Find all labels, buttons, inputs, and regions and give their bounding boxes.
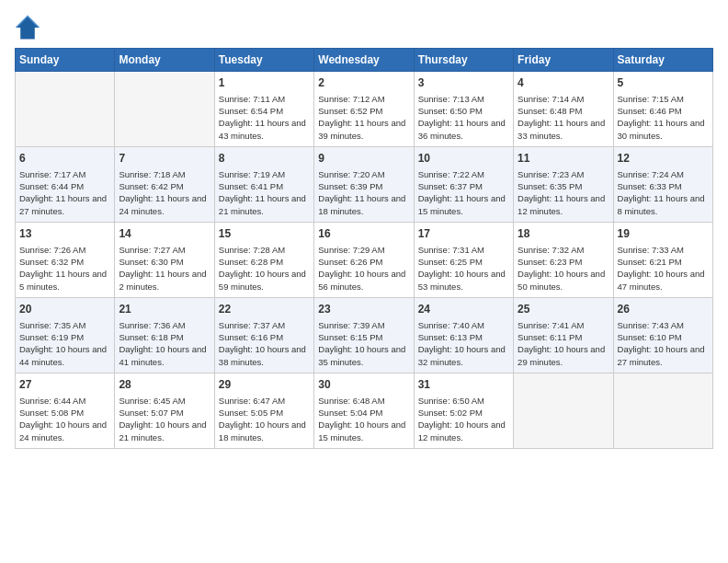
day-info: Sunrise: 7:26 AM Sunset: 6:32 PM Dayligh… [19,244,110,293]
calendar-cell: 16Sunrise: 7:29 AM Sunset: 6:26 PM Dayli… [314,223,414,298]
day-number: 9 [318,151,409,167]
day-info: Sunrise: 7:15 AM Sunset: 6:46 PM Dayligh… [618,93,709,142]
day-number: 28 [119,377,210,393]
weekday-monday: Monday [115,49,214,72]
calendar-cell: 24Sunrise: 7:40 AM Sunset: 6:13 PM Dayli… [414,298,513,373]
calendar-cell: 8Sunrise: 7:19 AM Sunset: 6:41 PM Daylig… [214,147,313,223]
day-number: 15 [219,226,310,242]
calendar-cell: 28Sunrise: 6:45 AM Sunset: 5:07 PM Dayli… [115,373,214,449]
calendar-cell: 20Sunrise: 7:35 AM Sunset: 6:19 PM Dayli… [16,298,115,373]
calendar-week-2: 6Sunrise: 7:17 AM Sunset: 6:44 PM Daylig… [16,147,713,223]
calendar-container: SundayMondayTuesdayWednesdayThursdayFrid… [0,0,728,563]
day-info: Sunrise: 7:12 AM Sunset: 6:52 PM Dayligh… [318,93,409,142]
calendar-cell: 22Sunrise: 7:37 AM Sunset: 6:16 PM Dayli… [214,298,313,373]
calendar-cell: 1Sunrise: 7:11 AM Sunset: 6:54 PM Daylig… [214,72,313,147]
day-number: 10 [418,151,509,167]
calendar-cell [514,373,613,449]
day-number: 18 [518,226,609,242]
day-number: 6 [19,151,110,167]
day-number: 21 [119,302,210,317]
weekday-tuesday: Tuesday [214,49,313,72]
calendar-cell: 14Sunrise: 7:27 AM Sunset: 6:30 PM Dayli… [115,223,214,298]
day-number: 4 [518,75,609,91]
calendar-cell: 27Sunrise: 6:44 AM Sunset: 5:08 PM Dayli… [16,373,115,449]
calendar-cell: 9Sunrise: 7:20 AM Sunset: 6:39 PM Daylig… [314,147,414,223]
calendar-cell: 13Sunrise: 7:26 AM Sunset: 6:32 PM Dayli… [16,223,115,298]
day-number: 12 [618,151,709,167]
day-info: Sunrise: 7:23 AM Sunset: 6:35 PM Dayligh… [518,168,609,217]
day-number: 20 [19,302,110,317]
calendar-cell: 18Sunrise: 7:32 AM Sunset: 6:23 PM Dayli… [514,223,613,298]
day-info: Sunrise: 7:22 AM Sunset: 6:37 PM Dayligh… [418,168,509,217]
day-info: Sunrise: 6:44 AM Sunset: 5:08 PM Dayligh… [19,395,110,443]
calendar-cell: 10Sunrise: 7:22 AM Sunset: 6:37 PM Dayli… [414,147,513,223]
calendar-cell: 25Sunrise: 7:41 AM Sunset: 6:11 PM Dayli… [514,298,613,373]
day-info: Sunrise: 7:35 AM Sunset: 6:19 PM Dayligh… [19,319,110,368]
day-number: 8 [219,151,310,167]
day-info: Sunrise: 6:45 AM Sunset: 5:07 PM Dayligh… [119,395,210,443]
day-info: Sunrise: 6:47 AM Sunset: 5:05 PM Dayligh… [219,395,310,443]
calendar-cell: 6Sunrise: 7:17 AM Sunset: 6:44 PM Daylig… [16,147,115,223]
weekday-header-row: SundayMondayTuesdayWednesdayThursdayFrid… [16,49,713,72]
day-number: 17 [418,226,509,242]
weekday-thursday: Thursday [414,49,513,72]
day-info: Sunrise: 7:43 AM Sunset: 6:10 PM Dayligh… [618,319,709,368]
day-number: 11 [518,151,609,167]
weekday-friday: Friday [514,49,613,72]
calendar-table: SundayMondayTuesdayWednesdayThursdayFrid… [15,48,713,449]
day-number: 16 [318,226,409,242]
day-info: Sunrise: 7:41 AM Sunset: 6:11 PM Dayligh… [518,319,609,368]
day-info: Sunrise: 7:17 AM Sunset: 6:44 PM Dayligh… [19,168,110,217]
calendar-week-1: 1Sunrise: 7:11 AM Sunset: 6:54 PM Daylig… [16,72,713,147]
day-info: Sunrise: 6:48 AM Sunset: 5:04 PM Dayligh… [318,395,409,443]
calendar-cell: 30Sunrise: 6:48 AM Sunset: 5:04 PM Dayli… [314,373,414,449]
calendar-cell: 7Sunrise: 7:18 AM Sunset: 6:42 PM Daylig… [115,147,214,223]
calendar-cell: 4Sunrise: 7:14 AM Sunset: 6:48 PM Daylig… [514,72,613,147]
day-number: 25 [518,302,609,317]
calendar-cell: 2Sunrise: 7:12 AM Sunset: 6:52 PM Daylig… [314,72,414,147]
day-info: Sunrise: 7:32 AM Sunset: 6:23 PM Dayligh… [518,244,609,293]
weekday-saturday: Saturday [613,49,712,72]
calendar-week-5: 27Sunrise: 6:44 AM Sunset: 5:08 PM Dayli… [16,373,713,449]
day-number: 23 [318,302,409,317]
calendar-cell: 21Sunrise: 7:36 AM Sunset: 6:18 PM Dayli… [115,298,214,373]
day-number: 3 [418,75,509,91]
day-info: Sunrise: 7:18 AM Sunset: 6:42 PM Dayligh… [119,168,210,217]
day-number: 14 [119,226,210,242]
day-number: 5 [618,75,709,91]
header [15,15,713,40]
day-info: Sunrise: 7:37 AM Sunset: 6:16 PM Dayligh… [219,319,310,368]
day-info: Sunrise: 7:31 AM Sunset: 6:25 PM Dayligh… [418,244,509,293]
day-number: 26 [618,302,709,317]
weekday-sunday: Sunday [16,49,115,72]
day-number: 22 [219,302,310,317]
calendar-cell: 29Sunrise: 6:47 AM Sunset: 5:05 PM Dayli… [214,373,313,449]
day-info: Sunrise: 6:50 AM Sunset: 5:02 PM Dayligh… [418,395,509,443]
day-number: 7 [119,151,210,167]
calendar-week-3: 13Sunrise: 7:26 AM Sunset: 6:32 PM Dayli… [16,223,713,298]
day-info: Sunrise: 7:40 AM Sunset: 6:13 PM Dayligh… [418,319,509,368]
day-number: 2 [318,75,409,91]
calendar-cell [16,72,115,147]
calendar-cell: 17Sunrise: 7:31 AM Sunset: 6:25 PM Dayli… [414,223,513,298]
day-info: Sunrise: 7:20 AM Sunset: 6:39 PM Dayligh… [318,168,409,217]
calendar-week-4: 20Sunrise: 7:35 AM Sunset: 6:19 PM Dayli… [16,298,713,373]
day-number: 29 [219,377,310,393]
day-number: 19 [618,226,709,242]
calendar-cell: 31Sunrise: 6:50 AM Sunset: 5:02 PM Dayli… [414,373,513,449]
day-info: Sunrise: 7:29 AM Sunset: 6:26 PM Dayligh… [318,244,409,293]
day-info: Sunrise: 7:36 AM Sunset: 6:18 PM Dayligh… [119,319,210,368]
day-number: 30 [318,377,409,393]
day-number: 31 [418,377,509,393]
day-number: 27 [19,377,110,393]
calendar-cell: 3Sunrise: 7:13 AM Sunset: 6:50 PM Daylig… [414,72,513,147]
day-info: Sunrise: 7:28 AM Sunset: 6:28 PM Dayligh… [219,244,310,293]
day-number: 1 [219,75,310,91]
day-info: Sunrise: 7:11 AM Sunset: 6:54 PM Dayligh… [219,93,310,142]
calendar-cell: 11Sunrise: 7:23 AM Sunset: 6:35 PM Dayli… [514,147,613,223]
day-info: Sunrise: 7:19 AM Sunset: 6:41 PM Dayligh… [219,168,310,217]
calendar-cell: 15Sunrise: 7:28 AM Sunset: 6:28 PM Dayli… [214,223,313,298]
day-info: Sunrise: 7:14 AM Sunset: 6:48 PM Dayligh… [518,93,609,142]
calendar-cell: 23Sunrise: 7:39 AM Sunset: 6:15 PM Dayli… [314,298,414,373]
logo-icon [15,15,40,40]
